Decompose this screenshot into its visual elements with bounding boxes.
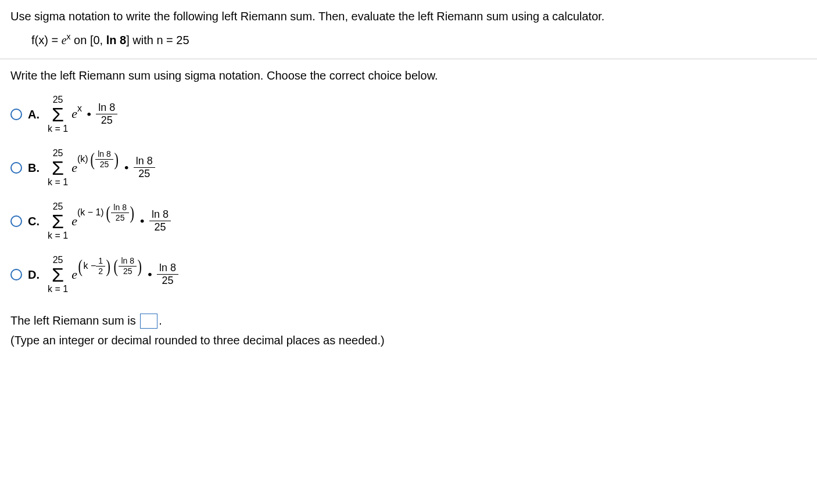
option-label: A. [28, 106, 42, 123]
problem-statement: Use sigma notation to write the followin… [10, 8, 807, 24]
fraction: ln 8 25 [134, 156, 155, 179]
options-group: A. 25 Σ k = 1 e x • ln 8 25 B. 25 Σ [0, 91, 817, 298]
sigma-icon: 25 Σ k = 1 [48, 149, 68, 187]
radio-icon[interactable] [10, 109, 22, 120]
question-prompt: Write the left Riemann sum using sigma n… [0, 59, 817, 86]
fraction: ln 8 25 [149, 209, 171, 233]
radio-icon[interactable] [10, 269, 22, 280]
sigma-icon: 25 Σ k = 1 [48, 202, 68, 240]
fraction: ln 8 25 [96, 102, 117, 126]
problem-section: Use sigma notation to write the followin… [0, 0, 817, 59]
option-label: C. [28, 213, 42, 229]
sigma-icon: 25 Σ k = 1 [48, 255, 68, 294]
answer-line: The left Riemann sum is . [10, 312, 807, 329]
option-C[interactable]: C. 25 Σ k = 1 e (k − 1) ( ln 8 25 [0, 197, 817, 245]
function-def: f(x) = ex on [0, ln 8] with n = 25 [31, 31, 807, 48]
option-D[interactable]: D. 25 Σ k = 1 e ( k − 1 2 ) [0, 251, 817, 298]
fraction: ln 8 25 [157, 262, 178, 286]
answer-section: The left Riemann sum is . (Type an integ… [0, 304, 817, 363]
radio-icon[interactable] [10, 162, 22, 174]
radio-icon[interactable] [10, 215, 22, 227]
option-label: D. [28, 267, 42, 283]
option-B-math: 25 Σ k = 1 e (k) ( ln 8 25 ) [48, 149, 155, 187]
sigma-icon: 25 Σ k = 1 [48, 95, 68, 134]
option-A[interactable]: A. 25 Σ k = 1 e x • ln 8 25 [0, 91, 817, 138]
option-A-math: 25 Σ k = 1 e x • ln 8 25 [48, 95, 117, 134]
option-label: B. [28, 160, 42, 176]
option-D-math: 25 Σ k = 1 e ( k − 1 2 ) [48, 255, 178, 294]
option-C-math: 25 Σ k = 1 e (k − 1) ( ln 8 25 ) [48, 202, 171, 240]
answer-input[interactable] [140, 314, 157, 329]
option-B[interactable]: B. 25 Σ k = 1 e (k) ( ln 8 25 ) [0, 144, 817, 192]
answer-hint: (Type an integer or decimal rounded to t… [10, 332, 807, 348]
